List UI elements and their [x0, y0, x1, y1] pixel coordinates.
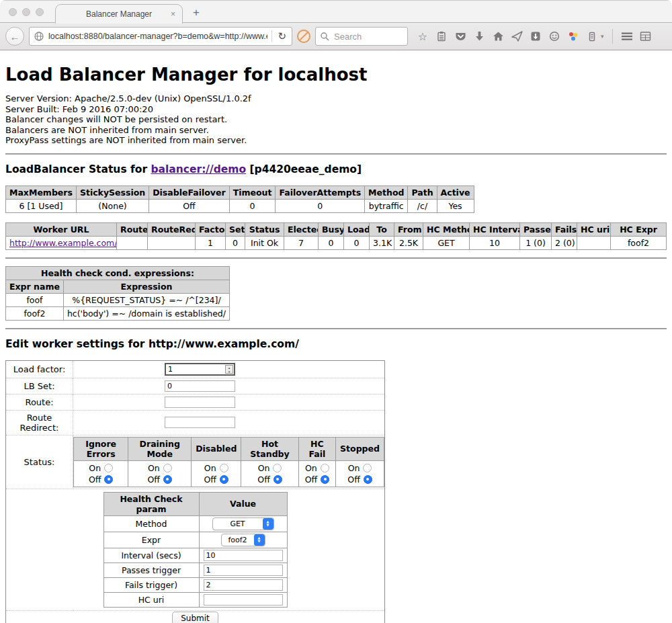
ignore-errors-off-radio[interactable] [104, 475, 113, 484]
tab-close-icon[interactable]: × [171, 9, 175, 19]
page-title: Load Balancer Manager for localhost [5, 65, 667, 85]
disabled-off-radio[interactable] [220, 475, 228, 484]
container-battery-icon[interactable] [586, 30, 598, 42]
news-grid-icon[interactable] [640, 30, 652, 42]
colored-dots-extension-icon[interactable] [567, 30, 579, 42]
on-label: On [204, 462, 216, 474]
col-routeredir: RouteRedir [148, 222, 196, 236]
passes-input[interactable] [204, 565, 283, 576]
number-spinner-icon[interactable]: ▴▾ [225, 365, 233, 374]
col-hc-expr: HC Expr [611, 222, 667, 236]
form-row-route-redirect: Route Redirect: [6, 410, 385, 435]
hc-uri-input[interactable] [204, 594, 283, 606]
col-set: Set [226, 222, 245, 236]
col-expression: Expression [63, 280, 229, 293]
bookmark-star-icon[interactable]: ☆ [417, 30, 429, 42]
lb-set-label: LB Set: [6, 378, 73, 394]
urlbar-divider [271, 30, 272, 42]
status-cell-hc-fail: On Off [298, 460, 335, 487]
col-elected: Elected [284, 222, 319, 236]
draining-mode-on-radio[interactable] [163, 464, 172, 472]
route-label: Route: [6, 394, 73, 410]
col-load: Load [344, 222, 370, 236]
hc-fail-off-radio[interactable] [321, 475, 329, 484]
window-zoom-icon[interactable] [36, 8, 44, 16]
hc-uri-label: HC uri [103, 592, 199, 607]
route-redirect-input[interactable] [165, 417, 235, 428]
col-factor: Factor [196, 222, 226, 236]
edit-worker-form: Load factor: ▴▾ LB Set: Route: Route Red… [5, 360, 385, 623]
downloads-icon[interactable] [473, 30, 485, 42]
col-hc-uri: HC uri [577, 222, 611, 236]
route-input[interactable] [165, 397, 235, 408]
home-icon[interactable] [492, 30, 504, 42]
hot-standby-on-radio[interactable] [273, 464, 282, 472]
method-select[interactable]: GET ▲▼ [212, 517, 274, 530]
lb-set-input[interactable] [165, 380, 235, 392]
search-input[interactable] [333, 31, 400, 42]
cell-maxmembers: 6 [1 Used] [6, 199, 77, 212]
url-bar[interactable]: localhost:8880/balancer-manager?b=demo&w… [29, 27, 292, 46]
send-icon[interactable] [511, 30, 523, 42]
cell-hc-uri [577, 236, 611, 249]
worker-url-link[interactable]: http://www.example.com/ [9, 238, 117, 248]
back-button[interactable]: ← [5, 27, 24, 46]
form-row-lb-set: LB Set: [6, 378, 385, 394]
form-row-route: Route: [6, 394, 385, 410]
col-fails: Fails [552, 222, 577, 236]
cell-method: bytraffic [365, 199, 408, 212]
balancer-demo-link[interactable]: balancer://demo [151, 163, 246, 175]
select-stepper-icon: ▲▼ [263, 518, 274, 530]
fails-input[interactable] [204, 579, 283, 591]
balancer-heading-prefix: LoadBalancer Status for [5, 163, 151, 175]
chat-smiley-icon[interactable] [548, 30, 560, 42]
ignore-errors-on-radio[interactable] [104, 464, 113, 472]
expr-select-value: foof2 [222, 536, 254, 544]
col-status: Status [245, 222, 284, 236]
col-failoverattempts: FailoverAttempts [276, 185, 365, 199]
toolbar-divider [612, 29, 613, 44]
window-minimize-icon[interactable] [22, 8, 30, 16]
form-row-load-factor: Load factor: ▴▾ [6, 360, 385, 378]
content-blocked-icon[interactable] [297, 30, 310, 43]
url-text[interactable]: localhost:8880/balancer-manager?b=demo&w… [48, 32, 267, 41]
clipboard-icon[interactable] [435, 30, 448, 42]
col-active: Active [437, 185, 474, 199]
new-tab-button[interactable]: + [193, 6, 200, 19]
cell-disablefailover: Off [149, 199, 229, 212]
traffic-lights [9, 8, 44, 16]
cell-timeout: 0 [229, 199, 276, 212]
menu-hamburger-icon[interactable] [621, 30, 633, 42]
method-select-value: GET [213, 520, 263, 528]
stopped-off-radio[interactable] [364, 475, 372, 484]
window-close-icon[interactable] [9, 8, 17, 16]
submit-button[interactable]: Submit [172, 612, 218, 623]
balancer-heading-suffix: [p4420eeae_demo] [246, 163, 362, 175]
cell-factor: 1 [196, 236, 226, 249]
pocket-icon[interactable] [454, 30, 466, 42]
hc-fail-on-radio[interactable] [321, 464, 329, 472]
search-bar[interactable] [315, 27, 408, 46]
stopped-on-radio[interactable] [363, 464, 372, 472]
method-label: Method [103, 515, 199, 532]
draining-mode-off-radio[interactable] [163, 475, 172, 484]
proxypass-note-line: ProxyPass settings are NOT inherited fro… [5, 135, 667, 146]
hc-row-hc-uri: HC uri [103, 592, 287, 607]
col-maxmembers: MaxMembers [6, 185, 77, 199]
cell-hc-expr: foof2 [611, 236, 667, 249]
divider [5, 328, 667, 329]
cell-set: 0 [226, 236, 245, 249]
disabled-on-radio[interactable] [220, 464, 228, 472]
chevron-down-icon[interactable]: ▾ [601, 33, 604, 40]
select-stepper-icon: ▲▼ [254, 534, 265, 546]
expr-select[interactable]: foof2 ▲▼ [221, 534, 265, 546]
divider [5, 153, 667, 155]
status-cell-stopped: On Off [336, 460, 384, 487]
tab-balancer-manager[interactable]: Balancer Manager × [55, 4, 183, 24]
col-ignore-errors: Ignore Errors [74, 437, 128, 460]
extension-download-icon[interactable] [530, 30, 542, 42]
reload-icon[interactable]: ↻ [276, 30, 288, 42]
interval-input[interactable] [204, 550, 283, 561]
hc-expressions-table: Health check cond. expressions: Expr nam… [5, 266, 230, 321]
hot-standby-off-radio[interactable] [274, 475, 282, 484]
